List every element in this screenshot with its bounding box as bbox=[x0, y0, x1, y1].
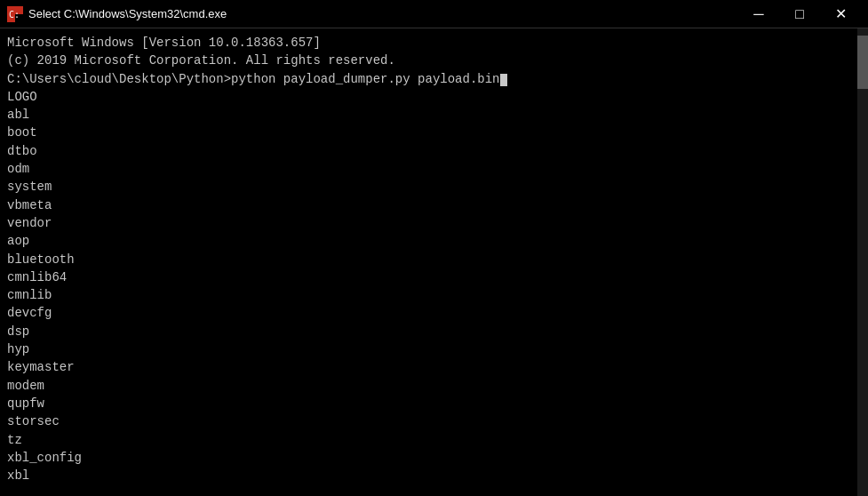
cursor bbox=[500, 74, 507, 86]
console-line: xbl bbox=[7, 467, 861, 484]
cmd-icon: C: bbox=[7, 6, 23, 22]
console-line: LOGO bbox=[7, 88, 861, 106]
console-line: keymaster bbox=[7, 358, 861, 376]
console-line: cmnlib bbox=[7, 286, 861, 304]
console-line: (c) 2019 Microsoft Corporation. All righ… bbox=[7, 52, 861, 69]
console-line: Microsoft Windows [Version 10.0.18363.65… bbox=[7, 34, 861, 52]
console-line: modem bbox=[7, 377, 861, 395]
console-line: C:\Users\cloud\Desktop\Python>python pay… bbox=[7, 70, 861, 88]
title-bar-left: C: Select C:\Windows\System32\cmd.exe bbox=[7, 6, 227, 22]
console-line: boot bbox=[7, 124, 861, 141]
window-title: Select C:\Windows\System32\cmd.exe bbox=[28, 7, 227, 20]
console-line: system bbox=[7, 178, 861, 196]
console-line: storsec bbox=[7, 412, 861, 430]
console-line: devcfg bbox=[7, 304, 861, 322]
scrollbar-thumb bbox=[857, 36, 868, 89]
console-line: abl bbox=[7, 106, 861, 124]
title-bar-controls: ─ □ ✕ bbox=[738, 0, 861, 28]
console-output[interactable]: Microsoft Windows [Version 10.0.18363.65… bbox=[0, 28, 868, 496]
console-lines: Microsoft Windows [Version 10.0.18363.65… bbox=[7, 34, 861, 484]
minimize-button[interactable]: ─ bbox=[738, 0, 779, 28]
console-line: odm bbox=[7, 160, 861, 178]
scrollbar[interactable] bbox=[857, 28, 868, 496]
console-line: vendor bbox=[7, 214, 861, 232]
console-line: xbl_config bbox=[7, 449, 861, 467]
title-bar: C: Select C:\Windows\System32\cmd.exe ─ … bbox=[0, 0, 868, 28]
console-line: cmnlib64 bbox=[7, 268, 861, 286]
svg-text:C:: C: bbox=[9, 10, 20, 20]
console-line: bluetooth bbox=[7, 251, 861, 268]
console-line: dsp bbox=[7, 323, 861, 340]
console-line: qupfw bbox=[7, 395, 861, 412]
cmd-window: C: Select C:\Windows\System32\cmd.exe ─ … bbox=[0, 0, 868, 496]
console-line: hyp bbox=[7, 340, 861, 358]
console-line: vbmeta bbox=[7, 196, 861, 214]
console-line: tz bbox=[7, 431, 861, 449]
maximize-button[interactable]: □ bbox=[779, 0, 820, 28]
console-line: dtbo bbox=[7, 142, 861, 160]
close-button[interactable]: ✕ bbox=[820, 0, 861, 28]
console-line: aop bbox=[7, 232, 861, 250]
